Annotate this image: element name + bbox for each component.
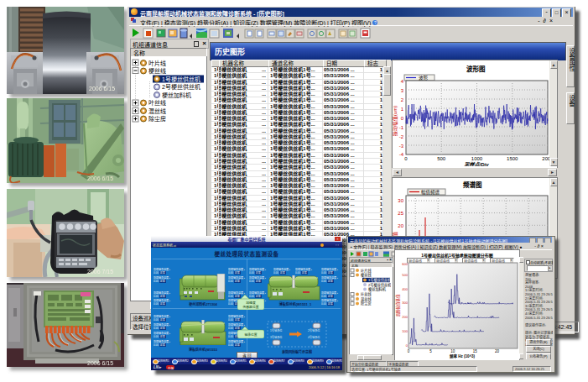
svg-text:4号轴承位: 4号轴承位 bbox=[308, 335, 320, 339]
svg-text:3号轴承位: 3号轴承位 bbox=[270, 335, 283, 339]
svg-text:2006 6/15: 2006 6/15 bbox=[87, 360, 113, 366]
svg-text:3: 3 bbox=[401, 88, 404, 93]
svg-text:400: 400 bbox=[402, 287, 408, 291]
svg-text:2006 6/15: 2006 6/15 bbox=[87, 175, 113, 181]
svg-text:5: 5 bbox=[429, 349, 432, 353]
svg-text:30: 30 bbox=[398, 198, 403, 203]
svg-text:0: 0 bbox=[406, 343, 408, 348]
svg-text:传感器位置: 传感器位置 bbox=[243, 305, 259, 309]
svg-text:100: 100 bbox=[402, 329, 408, 333]
svg-text:500: 500 bbox=[402, 273, 408, 277]
svg-text:梗丝线: 梗丝线 bbox=[361, 272, 372, 278]
svg-text:20: 20 bbox=[495, 349, 500, 353]
svg-text:1000: 1000 bbox=[471, 156, 483, 161]
svg-text:谱图幅值基值: 谱图幅值基值 bbox=[395, 294, 401, 317]
svg-text:滚筒回转编号示意图: 滚筒回转编号示意图 bbox=[282, 349, 312, 354]
svg-text:频率 Hz (10^3): 频率 Hz (10^3) bbox=[450, 353, 476, 359]
svg-text:采样点/Div: 采样点/Div bbox=[464, 161, 489, 166]
svg-text:波形图: 波形图 bbox=[466, 65, 486, 73]
svg-text:0: 0 bbox=[404, 156, 408, 161]
svg-text:2号梗丝供丝机: 2号梗丝供丝机 bbox=[162, 83, 200, 91]
svg-text:500: 500 bbox=[437, 156, 446, 161]
svg-text:600: 600 bbox=[402, 262, 408, 266]
svg-text:2006 7/15: 2006 7/15 bbox=[87, 269, 113, 275]
svg-text:混丝线: 混丝线 bbox=[148, 107, 166, 115]
svg-text:叶丝线: 叶丝线 bbox=[148, 99, 166, 107]
svg-text:-4: -4 bbox=[399, 152, 404, 157]
svg-text:1号轴承位: 1号轴承位 bbox=[270, 328, 283, 332]
svg-text:15: 15 bbox=[473, 349, 478, 353]
svg-text:1号梗丝供丝机: 1号梗丝供丝机 bbox=[162, 76, 200, 83]
svg-text:-3: -3 bbox=[399, 144, 404, 149]
svg-text:2: 2 bbox=[401, 97, 404, 102]
svg-text:频谱图: 频谱图 bbox=[463, 181, 482, 189]
svg-text:200: 200 bbox=[402, 315, 408, 319]
svg-text:10: 10 bbox=[450, 349, 455, 353]
svg-text:叶片线: 叶片线 bbox=[148, 60, 166, 67]
svg-text:轴承位置: 轴承位置 bbox=[244, 332, 257, 337]
svg-text:-2: -2 bbox=[399, 134, 404, 139]
svg-text:幅值频谱: 幅值频谱 bbox=[421, 189, 440, 196]
svg-text:-1: -1 bbox=[399, 125, 404, 130]
svg-text:20: 20 bbox=[398, 223, 403, 228]
svg-text:除尘房: 除尘房 bbox=[361, 301, 372, 306]
svg-text:梗丝加料机: 梗丝加料机 bbox=[162, 92, 191, 99]
svg-text:0: 0 bbox=[401, 116, 404, 121]
svg-text:4: 4 bbox=[401, 79, 404, 84]
svg-text:振动幅值(um): 振动幅值(um) bbox=[393, 106, 398, 136]
svg-text:2号轴承位: 2号轴承位 bbox=[308, 328, 320, 332]
svg-text:1500: 1500 bbox=[507, 156, 518, 161]
svg-text:25: 25 bbox=[398, 211, 403, 216]
svg-text:2006 6/15: 2006 6/15 bbox=[89, 86, 115, 92]
svg-text:0: 0 bbox=[408, 349, 410, 353]
svg-text:1: 1 bbox=[401, 107, 404, 112]
svg-text:梗丝线: 梗丝线 bbox=[148, 67, 166, 75]
svg-text:300: 300 bbox=[402, 301, 408, 305]
svg-text:除尘房: 除尘房 bbox=[148, 115, 166, 123]
svg-text:梗丝加料机: 梗丝加料机 bbox=[368, 286, 387, 292]
svg-text:加速度: 加速度 bbox=[246, 301, 256, 305]
